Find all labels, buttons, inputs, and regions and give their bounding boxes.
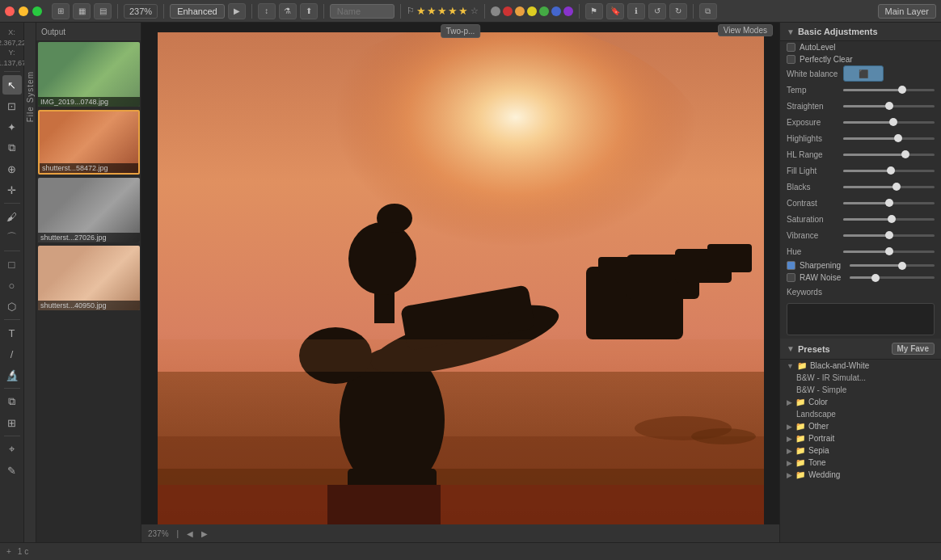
thumbnail-item[interactable]: shutterst...27026.jpg <box>38 178 140 242</box>
exposure-slider[interactable] <box>843 121 935 124</box>
keywords-input[interactable] <box>787 303 935 335</box>
preset-folder-sepia[interactable]: ▶ 📁 Sepia <box>780 444 941 457</box>
hl-range-slider[interactable] <box>843 154 935 156</box>
vibrance-slider[interactable] <box>843 234 935 237</box>
zoom-tool[interactable]: ⊕ <box>2 159 22 179</box>
straighten-slider[interactable] <box>843 105 935 107</box>
enhanced-button[interactable]: Enhanced <box>170 4 225 19</box>
preset-landscape[interactable]: Landscape <box>780 408 941 420</box>
bookmark-btn[interactable]: 🔖 <box>606 3 624 19</box>
flag-btn[interactable]: ⚑ <box>585 3 603 19</box>
preset-folder-other[interactable]: ▶ 📁 Other <box>780 420 941 432</box>
raw-noise-slider[interactable] <box>850 276 935 279</box>
text-tool[interactable]: T <box>2 323 22 343</box>
ellipse-tool[interactable]: ○ <box>2 276 22 295</box>
add-button[interactable]: + <box>6 547 11 556</box>
maximize-button[interactable] <box>32 6 42 16</box>
crosshair-tool[interactable]: ✛ <box>2 180 22 200</box>
blacks-slider[interactable] <box>843 186 935 188</box>
color-label-green[interactable] <box>539 6 549 16</box>
file-system-tab[interactable]: File System <box>26 71 35 122</box>
minimize-button[interactable] <box>19 6 28 16</box>
upload-button[interactable]: ⬆ <box>300 3 318 19</box>
color-label-red[interactable] <box>503 6 513 16</box>
thumbnail-item[interactable]: IMG_2019...0748.jpg <box>38 42 140 107</box>
grid-view-button[interactable]: ⊞ <box>52 3 70 19</box>
paint-tool[interactable]: ✎ <box>2 461 22 480</box>
sharpening-slider[interactable] <box>850 264 935 267</box>
temp-slider[interactable] <box>843 89 935 91</box>
layer-tool[interactable]: ⧉ <box>2 392 22 411</box>
color-label-blue[interactable] <box>551 6 561 16</box>
sort-button[interactable]: ↕ <box>258 3 276 19</box>
contrast-slider[interactable] <box>843 202 935 204</box>
thumbnail-item[interactable]: shutterst...58472.jpg <box>38 110 140 175</box>
vibrance-label: Vibrance <box>787 231 843 240</box>
hue-slider[interactable] <box>843 251 935 253</box>
collapse-arrow[interactable]: ▼ <box>787 27 795 36</box>
view-modes-button[interactable]: View Modes <box>718 24 773 36</box>
presets-collapse-arrow[interactable]: ▼ <box>787 344 795 353</box>
lasso-tool[interactable]: ⌒ <box>2 228 22 247</box>
polygon-tool[interactable]: ⬡ <box>2 297 22 316</box>
top-toolbar: ⊞ ▦ ▤ 237% Enhanced ▶ ↕ ⚗ ⬆ ⚐ ★★★★★ ☆ ⚑ … <box>0 0 941 23</box>
preset-folder-portrait[interactable]: ▶ 📁 Portrait <box>780 432 941 444</box>
line-tool[interactable]: / <box>2 344 22 364</box>
star-rating[interactable]: ★★★★★ <box>416 5 469 17</box>
preset-folder-bw[interactable]: ▼ 📁 Black-and-White <box>780 360 941 372</box>
coordinates-display: X: 2.367,22 Y: 1.137,67 <box>0 27 26 68</box>
undo-btn[interactable]: ↺ <box>648 3 666 19</box>
color-label-orange[interactable] <box>515 6 525 16</box>
white-balance-row: White balance ⬛ <box>780 65 941 82</box>
white-balance-picker[interactable]: ⬛ <box>843 65 884 82</box>
eyedropper-tool[interactable]: 🔬 <box>2 365 22 385</box>
preset-folder-wedding[interactable]: ▶ 📁 Wedding <box>780 469 941 481</box>
autolevel-checkbox[interactable] <box>787 43 795 52</box>
preset-bw-simple[interactable]: B&W - Simple <box>780 384 941 396</box>
two-panel-button[interactable]: Two-p... <box>441 24 481 38</box>
raw-noise-checkbox[interactable] <box>787 273 795 282</box>
color-label-gray[interactable] <box>491 6 500 16</box>
saturation-slider[interactable] <box>843 218 935 221</box>
filmstrip-button[interactable]: ▤ <box>94 3 112 19</box>
name-input[interactable] <box>330 4 395 19</box>
output-tab[interactable]: Output <box>41 27 65 36</box>
preset-folder-color[interactable]: ▶ 📁 Color <box>780 396 941 408</box>
folder-icon-other: 📁 <box>795 422 805 431</box>
zoom-display[interactable]: 237% <box>124 4 158 19</box>
enhanced-arrow[interactable]: ▶ <box>228 3 246 19</box>
basic-adjustments-label: Basic Adjustments <box>798 27 878 36</box>
rectangle-tool[interactable]: □ <box>2 255 22 274</box>
nav-prev[interactable]: ◀ <box>187 529 193 538</box>
info-btn[interactable]: ℹ <box>627 3 645 19</box>
highlights-slider[interactable] <box>843 137 935 140</box>
white-balance-label: White balance <box>787 69 843 78</box>
crop-tool[interactable]: ⊡ <box>2 96 22 116</box>
filter-button[interactable]: ⚗ <box>279 3 297 19</box>
brush-tool[interactable]: 🖌 <box>2 207 22 226</box>
nav-next[interactable]: ▶ <box>201 529 208 538</box>
thumbnail-item[interactable]: shutterst...40950.jpg <box>38 246 140 310</box>
folder-label-sepia: Sepia <box>808 446 829 455</box>
single-view-button[interactable]: ▦ <box>73 3 91 19</box>
sharpening-checkbox[interactable] <box>787 261 795 270</box>
preset-bw-ir[interactable]: B&W - IR Simulat... <box>780 372 941 384</box>
heal-tool[interactable]: ✦ <box>2 117 22 137</box>
svg-point-22 <box>691 428 756 444</box>
redo-btn[interactable]: ↻ <box>669 3 687 19</box>
fill-light-slider[interactable] <box>843 170 935 172</box>
select-tool[interactable]: ↖ <box>2 75 22 95</box>
folder-arrow-color: ▶ <box>787 398 792 406</box>
grid-tool[interactable]: ⊞ <box>2 413 22 432</box>
color-label-purple[interactable] <box>563 6 573 16</box>
my-fav-button[interactable]: My Fave <box>892 343 935 355</box>
presets-label: Presets <box>798 344 830 354</box>
preset-folder-tone[interactable]: ▶ 📁 Tone <box>780 457 941 469</box>
preset-bw-ir-label: B&W - IR Simulat... <box>796 373 866 382</box>
main-layer-button[interactable]: Main Layer <box>878 4 936 19</box>
clone-tool[interactable]: ⧉ <box>2 138 22 158</box>
eyedropper2-tool[interactable]: ⌖ <box>2 440 22 459</box>
color-label-yellow[interactable] <box>527 6 537 16</box>
close-button[interactable] <box>5 6 15 16</box>
perfectly-clear-checkbox[interactable] <box>787 55 795 64</box>
